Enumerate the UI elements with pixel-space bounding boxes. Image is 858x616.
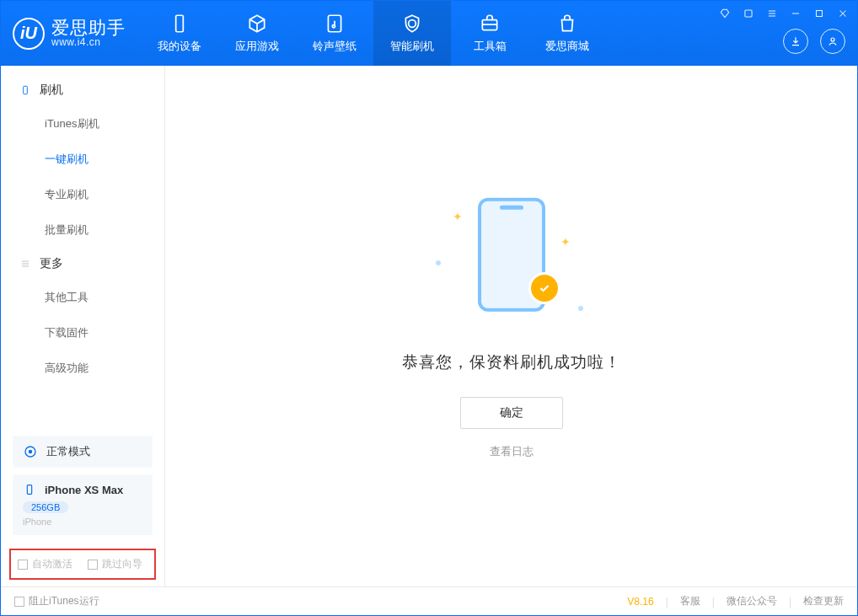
svg-rect-10 xyxy=(27,485,31,495)
footer-link-update[interactable]: 检查更新 xyxy=(803,594,844,608)
svg-rect-5 xyxy=(817,11,823,17)
sidebar-item-itunes-flash[interactable]: iTunes刷机 xyxy=(1,106,164,142)
view-log-link[interactable]: 查看日志 xyxy=(490,444,534,459)
music-icon xyxy=(324,13,346,35)
footer-link-wechat[interactable]: 微信公众号 xyxy=(727,594,777,608)
nav-label: 铃声壁纸 xyxy=(313,39,357,54)
group-title-label: 更多 xyxy=(40,256,63,271)
dot-icon xyxy=(578,306,583,311)
brand-logo-icon: iU xyxy=(13,18,45,50)
svg-point-6 xyxy=(831,38,834,41)
footer: 阻止iTunes运行 V8.16 | 客服 | 微信公众号 | 检查更新 xyxy=(1,587,857,615)
nav-label: 工具箱 xyxy=(474,39,507,54)
nav-label: 爱思商城 xyxy=(545,39,589,54)
sidebar-group-flash: 刷机 xyxy=(1,74,164,106)
nav-apps-games[interactable]: 应用游戏 xyxy=(218,1,296,66)
titlebar-actions xyxy=(783,29,845,54)
checkbox-label: 自动激活 xyxy=(32,557,72,571)
sidebar-item-pro-flash[interactable]: 专业刷机 xyxy=(1,177,164,212)
body: 刷机 iTunes刷机 一键刷机 专业刷机 批量刷机 更多 其他工具 下载固件 … xyxy=(1,66,857,587)
minimize-button[interactable] xyxy=(788,6,803,21)
maximize-button[interactable] xyxy=(812,6,827,21)
device-name: iPhone XS Max xyxy=(45,484,123,496)
nav-my-device[interactable]: 我的设备 xyxy=(141,1,218,66)
device-small-icon xyxy=(23,483,36,496)
cube-icon xyxy=(246,13,268,35)
brand-subtitle: www.i4.cn xyxy=(51,36,126,48)
version-label: V8.16 xyxy=(627,596,653,608)
checkbox-label: 跳过向导 xyxy=(102,557,142,571)
dot-icon xyxy=(436,260,441,265)
close-button[interactable] xyxy=(835,6,850,21)
sidebar-item-batch-flash[interactable]: 批量刷机 xyxy=(1,212,164,248)
phone-icon xyxy=(19,84,31,96)
checkbox-block-itunes[interactable]: 阻止iTunes运行 xyxy=(14,594,99,608)
mode-label: 正常模式 xyxy=(46,444,90,459)
device-capacity-badge: 256GB xyxy=(23,501,68,513)
main-content: ✦ ✦ 恭喜您，保资料刷机成功啦！ 确定 查看日志 xyxy=(165,66,857,587)
device-icon xyxy=(169,13,190,35)
shield-icon xyxy=(401,13,423,35)
top-nav: 我的设备 应用游戏 铃声壁纸 智能刷机 工具箱 爱思商城 xyxy=(141,1,606,66)
skin-icon[interactable] xyxy=(741,6,756,21)
sidebar-item-download-firmware[interactable]: 下载固件 xyxy=(1,315,164,351)
bag-icon xyxy=(556,13,578,35)
checkbox-auto-activate[interactable]: 自动激活 xyxy=(18,557,72,571)
toolbox-icon xyxy=(479,13,501,35)
nav-toolbox[interactable]: 工具箱 xyxy=(451,1,528,66)
list-icon xyxy=(19,258,31,270)
success-illustration: ✦ ✦ xyxy=(419,193,604,328)
feedback-icon[interactable] xyxy=(717,6,732,21)
sidebar-item-other-tools[interactable]: 其他工具 xyxy=(1,280,164,315)
checkbox-icon xyxy=(14,597,24,607)
nav-store[interactable]: 爱思商城 xyxy=(528,1,606,66)
menu-icon[interactable] xyxy=(764,6,780,21)
sidebar-group-more: 更多 xyxy=(1,248,164,280)
success-message: 恭喜您，保资料刷机成功啦！ xyxy=(402,351,621,373)
sidebar-item-oneclick-flash[interactable]: 一键刷机 xyxy=(1,142,164,177)
checkbox-icon xyxy=(18,560,28,570)
nav-ringtones-wallpapers[interactable]: 铃声壁纸 xyxy=(296,1,373,66)
device-panel[interactable]: iPhone XS Max 256GB iPhone xyxy=(13,474,153,535)
download-button[interactable] xyxy=(783,29,808,54)
nav-label: 我的设备 xyxy=(158,39,201,54)
checkbox-skip-guide[interactable]: 跳过向导 xyxy=(88,557,142,571)
sidebar: 刷机 iTunes刷机 一键刷机 专业刷机 批量刷机 更多 其他工具 下载固件 … xyxy=(1,66,165,587)
svg-rect-0 xyxy=(176,15,184,32)
svg-rect-4 xyxy=(745,10,752,17)
svg-rect-7 xyxy=(24,86,28,94)
spark-icon: ✦ xyxy=(453,210,463,223)
window-controls xyxy=(717,6,850,21)
device-type: iPhone xyxy=(23,517,142,527)
user-button[interactable] xyxy=(820,29,845,54)
footer-link-support[interactable]: 客服 xyxy=(680,594,700,608)
nav-label: 智能刷机 xyxy=(390,39,434,54)
svg-point-2 xyxy=(332,25,335,28)
check-badge-icon xyxy=(528,272,560,304)
nav-label: 应用游戏 xyxy=(235,39,279,54)
ok-button[interactable]: 确定 xyxy=(460,397,563,429)
options-highlight-box: 自动激活 跳过向导 xyxy=(9,549,156,580)
brand-title: 爱思助手 xyxy=(51,19,126,36)
checkbox-icon xyxy=(88,560,98,570)
svg-point-9 xyxy=(29,450,33,454)
sidebar-item-advanced[interactable]: 高级功能 xyxy=(1,351,164,386)
group-title-label: 刷机 xyxy=(40,83,63,98)
titlebar: iU 爱思助手 www.i4.cn 我的设备 应用游戏 铃声壁纸 智能刷机 工具… xyxy=(1,1,857,66)
spark-icon: ✦ xyxy=(560,235,571,249)
mode-panel[interactable]: 正常模式 xyxy=(13,436,153,468)
nav-smart-flash[interactable]: 智能刷机 xyxy=(373,1,451,66)
brand[interactable]: iU 爱思助手 www.i4.cn xyxy=(1,1,141,66)
mode-icon xyxy=(23,444,38,459)
checkbox-label: 阻止iTunes运行 xyxy=(29,594,99,608)
